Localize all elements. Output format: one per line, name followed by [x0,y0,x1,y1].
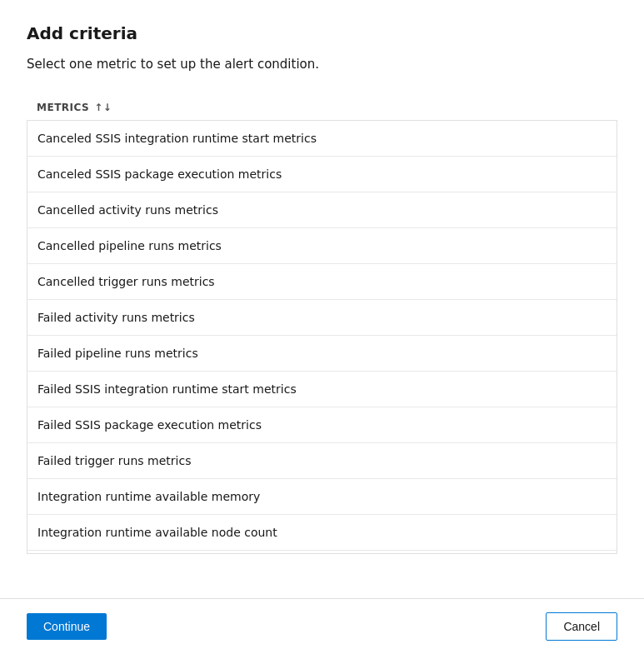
metric-item[interactable]: Cancelled activity runs metrics [27,192,617,228]
continue-button[interactable]: Continue [27,613,107,640]
metric-item[interactable]: Integration runtime available node count [27,515,617,551]
add-criteria-dialog: Add criteria Select one metric to set up… [0,0,644,654]
metric-item[interactable]: Canceled SSIS package execution metrics [27,157,617,192]
metric-item[interactable]: Canceled SSIS integration runtime start … [27,121,617,157]
metric-item[interactable]: Integration runtime CPU utilization [27,551,617,554]
dialog-footer: Continue Cancel [0,598,644,654]
sort-icon[interactable] [94,102,112,113]
metric-item[interactable]: Failed activity runs metrics [27,300,617,336]
metric-item[interactable]: Failed SSIS package execution metrics [27,407,617,443]
metrics-list[interactable]: Canceled SSIS integration runtime start … [27,121,617,554]
metric-item[interactable]: Failed trigger runs metrics [27,443,617,479]
metric-item[interactable]: Failed SSIS integration runtime start me… [27,372,617,407]
metrics-header: METRICS [27,95,617,121]
dialog-title: Add criteria [27,23,617,43]
dialog-body: Add criteria Select one metric to set up… [0,0,644,598]
cancel-button[interactable]: Cancel [546,612,617,641]
metric-item[interactable]: Integration runtime available memory [27,479,617,515]
metrics-section: METRICS Canceled SSIS integration runtim… [27,95,617,585]
dialog-subtitle: Select one metric to set up the alert co… [27,57,617,72]
metric-item[interactable]: Cancelled pipeline runs metrics [27,228,617,264]
metric-item[interactable]: Cancelled trigger runs metrics [27,264,617,300]
metrics-header-label: METRICS [37,102,89,113]
metric-item[interactable]: Failed pipeline runs metrics [27,336,617,372]
